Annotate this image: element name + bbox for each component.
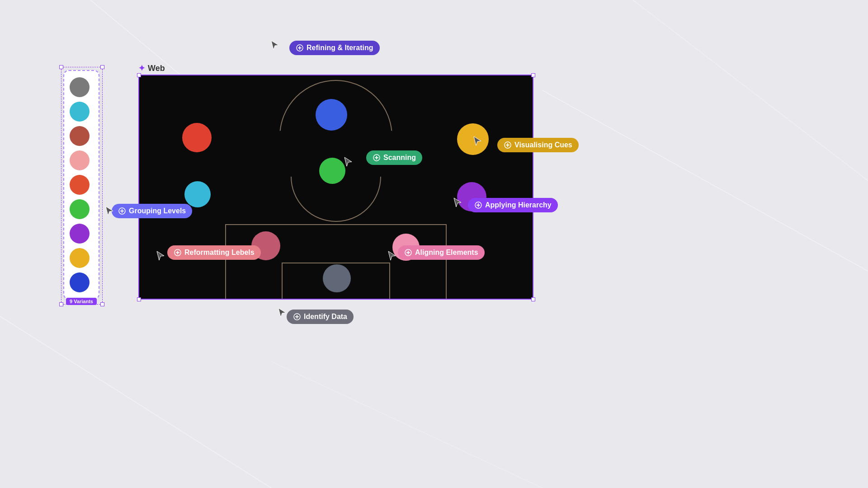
svg-line-2	[0, 316, 271, 488]
diamond-icon: ✦	[138, 63, 145, 73]
frame-handle-tr[interactable]	[531, 73, 535, 77]
dot-red-left	[182, 123, 212, 152]
color-swatch-blue[interactable]	[70, 272, 90, 292]
dot-cyan-left	[184, 181, 211, 207]
svg-line-4	[271, 361, 542, 488]
star-plus-icon-aligning	[404, 249, 412, 257]
color-swatch-pink[interactable]	[70, 150, 90, 170]
svg-line-3	[633, 0, 868, 181]
star-plus-icon-grouping	[118, 207, 126, 215]
cursor-bottom	[278, 307, 287, 320]
dot-blue-top	[316, 99, 347, 131]
variants-badge: 9 Variants	[66, 298, 97, 305]
star-plus-icon-scanning	[373, 154, 381, 162]
star-plus-icon-reformatting	[174, 249, 182, 257]
tag-grouping[interactable]: Grouping Levels	[112, 204, 192, 218]
star-plus-icon-visualising	[504, 141, 512, 149]
color-swatch-brown[interactable]	[70, 126, 90, 146]
color-swatch-cyan[interactable]	[70, 102, 90, 122]
color-swatch-purple[interactable]	[70, 224, 90, 244]
svg-line-1	[542, 90, 868, 271]
tag-reformatting[interactable]: Reformatting Lebels	[167, 245, 261, 260]
color-swatch-red[interactable]	[70, 175, 90, 195]
tag-refining[interactable]: Refining & Iterating	[289, 41, 380, 55]
frame-handle-tl[interactable]	[137, 73, 141, 77]
tag-hierarchy[interactable]: Applying Hierarchy	[468, 198, 558, 212]
star-plus-icon-hierarchy	[474, 201, 482, 209]
main-canvas	[138, 75, 533, 300]
color-swatch-yellow[interactable]	[70, 248, 90, 268]
web-label: ✦ Web	[138, 63, 165, 73]
dot-gray-bot	[323, 264, 351, 292]
color-palette-sidebar: 9 Variants	[63, 70, 99, 300]
color-swatch-gray[interactable]	[70, 77, 90, 97]
color-swatch-green[interactable]	[70, 199, 90, 219]
star-plus-icon-refining	[296, 44, 304, 52]
dot-yellow-right	[457, 123, 489, 155]
tag-scanning[interactable]: Scanning	[366, 150, 422, 165]
tag-visualising[interactable]: Visualising Cues	[497, 138, 579, 152]
dot-green-mid	[319, 158, 345, 184]
frame-handle-bl[interactable]	[137, 297, 141, 301]
tag-identify[interactable]: Identify Data	[287, 310, 354, 324]
star-plus-icon-identify	[293, 313, 301, 321]
cursor-top	[270, 40, 279, 52]
tag-aligning[interactable]: Aligning Elements	[398, 245, 485, 260]
frame-handle-br[interactable]	[531, 297, 535, 301]
